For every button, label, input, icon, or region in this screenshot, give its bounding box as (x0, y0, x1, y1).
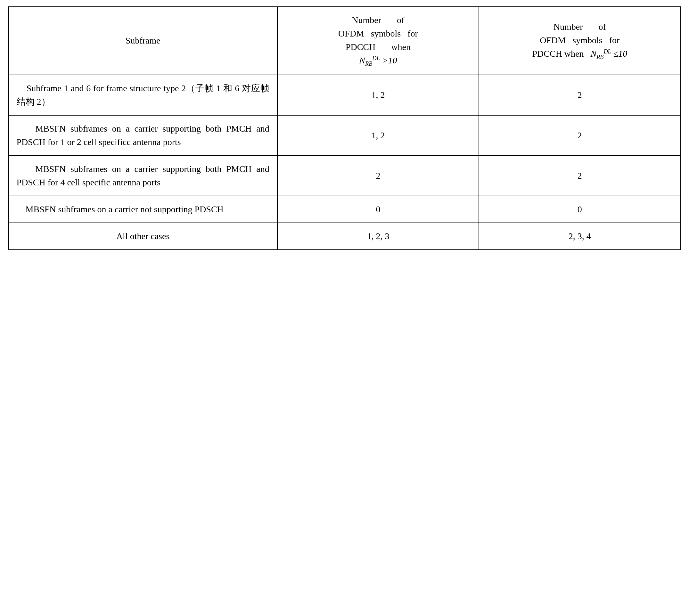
row2-nrb-gt10: 1, 2 (277, 115, 479, 156)
row2-subframe-text: MBSFN subframes on a carrier supporting … (17, 124, 270, 147)
row1-subframe-text: Subframe 1 and 6 for frame structure typ… (17, 83, 270, 107)
row2-subframe: MBSFN subframes on a carrier supporting … (9, 115, 277, 156)
header-subframe-label: Subframe (126, 36, 160, 45)
row5-nrb-gt10-value: 1, 2, 3 (367, 231, 389, 241)
row4-nrb-gt10-value: 0 (376, 204, 380, 214)
row5-nrb-le10-value: 2, 3, 4 (568, 231, 591, 241)
row3-subframe: MBSFN subframes on a carrier supporting … (9, 156, 277, 196)
row4-nrb-le10: 0 (479, 196, 680, 223)
row3-nrb-le10: 2 (479, 156, 680, 196)
row2-nrb-le10: 2 (479, 115, 680, 156)
table-row: All other cases 1, 2, 3 2, 3, 4 (9, 223, 681, 250)
row1-nrb-le10-value: 2 (578, 90, 582, 100)
table-wrapper: Subframe Number of OFDM symbols for PDCC… (8, 6, 681, 250)
row1-nrb-gt10-value: 1, 2 (371, 90, 385, 100)
header-nrb-gt10-text: Number of OFDM symbols for PDCCH when NR… (338, 15, 418, 65)
table-row: Subframe 1 and 6 for frame structure typ… (9, 75, 681, 115)
row4-nrb-gt10: 0 (277, 196, 479, 223)
header-nrb-gt10: Number of OFDM symbols for PDCCH when NR… (277, 7, 479, 75)
nrb-gt10-formula: NRBDL >10 (359, 56, 397, 65)
table-row: MBSFN subframes on a carrier supporting … (9, 156, 681, 196)
row5-subframe-text: All other cases (116, 231, 169, 241)
row1-nrb-le10: 2 (479, 75, 680, 115)
row4-nrb-le10-value: 0 (578, 204, 582, 214)
row4-subframe-text: MBSFN subframes on a carrier not support… (17, 204, 223, 214)
row3-nrb-gt10-value: 2 (376, 171, 380, 181)
row4-subframe: MBSFN subframes on a carrier not support… (9, 196, 277, 223)
header-nrb-le10-text: Number of OFDM symbols for PDCCH when NR… (532, 22, 627, 59)
header-nrb-le10: Number of OFDM symbols for PDCCH when NR… (479, 7, 680, 75)
row3-nrb-le10-value: 2 (578, 171, 582, 181)
header-subframe: Subframe (9, 7, 277, 75)
row1-nrb-gt10: 1, 2 (277, 75, 479, 115)
row1-subframe: Subframe 1 and 6 for frame structure typ… (9, 75, 277, 115)
row5-subframe: All other cases (9, 223, 277, 250)
row2-nrb-gt10-value: 1, 2 (371, 130, 385, 140)
table-row: MBSFN subframes on a carrier supporting … (9, 115, 681, 156)
table-row: MBSFN subframes on a carrier not support… (9, 196, 681, 223)
main-table: Subframe Number of OFDM symbols for PDCC… (8, 6, 681, 250)
row3-subframe-text: MBSFN subframes on a carrier supporting … (17, 164, 270, 187)
header-row: Subframe Number of OFDM symbols for PDCC… (9, 7, 681, 75)
row5-nrb-gt10: 1, 2, 3 (277, 223, 479, 250)
row3-nrb-gt10: 2 (277, 156, 479, 196)
row5-nrb-le10: 2, 3, 4 (479, 223, 680, 250)
row2-nrb-le10-value: 2 (578, 130, 582, 140)
